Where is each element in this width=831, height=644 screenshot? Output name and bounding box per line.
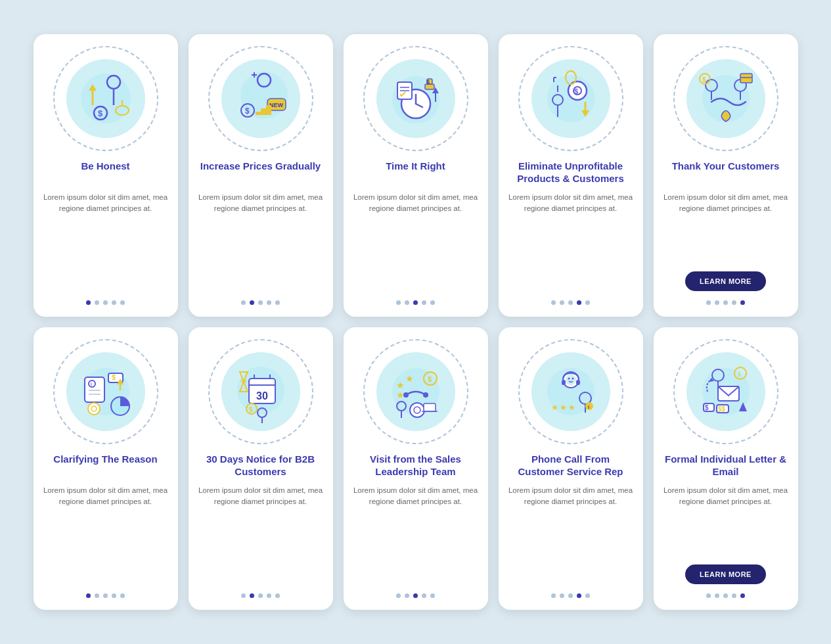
svg-point-97 xyxy=(568,378,570,380)
learn-more-button-thank-customers[interactable]: LEARN MORE xyxy=(685,271,766,291)
card-grid: $ Be HonestLorem ipsum dolor sit dim ame… xyxy=(34,34,798,610)
dot-2[interactable] xyxy=(258,300,263,305)
dot-2[interactable] xyxy=(103,593,108,598)
card-be-honest: $ Be HonestLorem ipsum dolor sit dim ame… xyxy=(34,34,178,317)
card-icon-area-30-days-notice: 30 $ xyxy=(208,339,313,444)
card-title-30-days-notice: 30 Days Notice for B2B Customers xyxy=(198,453,324,478)
card-icon-area-thank-customers: $ xyxy=(673,46,778,151)
card-title-increase-prices: Increase Prices Gradually xyxy=(200,160,321,185)
dot-4[interactable] xyxy=(275,300,280,305)
dot-1[interactable] xyxy=(560,300,564,305)
card-body-thank-customers: Lorem ipsum dolor sit dim amet, mea regi… xyxy=(663,192,789,264)
dot-3[interactable] xyxy=(732,593,736,598)
dot-4[interactable] xyxy=(120,593,125,598)
svg-rect-19 xyxy=(266,105,271,115)
dot-0[interactable] xyxy=(551,300,556,305)
card-body-formal-letter: Lorem ipsum dolor sit dim amet, mea regi… xyxy=(663,485,789,557)
dot-4[interactable] xyxy=(740,593,745,598)
dot-3[interactable] xyxy=(112,593,116,598)
card-body-time-it-right: Lorem ipsum dolor sit dim amet, mea regi… xyxy=(353,192,479,291)
card-icon-area-eliminate-unprofitable: $ xyxy=(518,46,623,151)
svg-text:★: ★ xyxy=(560,403,567,412)
svg-text:$$: $$ xyxy=(718,405,726,413)
card-30-days-notice: 30 $ 30 Days Notice for B2B CustomersLor… xyxy=(189,327,333,610)
dot-3[interactable] xyxy=(422,300,426,305)
dot-2[interactable] xyxy=(723,300,728,305)
dot-3[interactable] xyxy=(422,593,426,598)
card-icon-clarifying-reason: i $ xyxy=(66,352,145,431)
card-eliminate-unprofitable: $ Eliminate Unprofitable Products & Cust… xyxy=(499,34,643,317)
card-title-time-it-right: Time It Right xyxy=(386,160,445,185)
dot-0[interactable] xyxy=(706,593,711,598)
dot-4[interactable] xyxy=(585,593,590,598)
dot-0[interactable] xyxy=(241,593,246,598)
dot-1[interactable] xyxy=(405,300,409,305)
dot-0[interactable] xyxy=(396,300,401,305)
dot-1[interactable] xyxy=(560,593,564,598)
dot-1[interactable] xyxy=(715,300,719,305)
dot-3[interactable] xyxy=(267,300,271,305)
dot-1[interactable] xyxy=(405,593,409,598)
dot-4[interactable] xyxy=(275,593,280,598)
dot-3[interactable] xyxy=(577,593,581,598)
dot-2[interactable] xyxy=(723,593,728,598)
dot-1[interactable] xyxy=(95,300,99,305)
card-body-30-days-notice: Lorem ipsum dolor sit dim amet, mea regi… xyxy=(198,485,324,584)
svg-text:i: i xyxy=(738,371,740,378)
dot-3[interactable] xyxy=(267,593,271,598)
svg-rect-90 xyxy=(424,403,436,411)
card-dots-visit-sales xyxy=(396,593,435,598)
dot-0[interactable] xyxy=(706,300,711,305)
dot-1[interactable] xyxy=(250,593,254,598)
svg-point-82 xyxy=(403,392,409,398)
svg-text:i: i xyxy=(588,404,589,410)
card-icon-area-visit-sales: ★ ★ ★ $ xyxy=(363,339,468,444)
dot-4[interactable] xyxy=(430,300,435,305)
card-phone-call: ★ ★ ★ i Phone Call From Customer Service… xyxy=(499,327,643,610)
dot-2[interactable] xyxy=(413,593,418,598)
card-dots-clarifying-reason xyxy=(86,593,125,598)
dot-0[interactable] xyxy=(241,300,246,305)
dot-2[interactable] xyxy=(568,593,573,598)
learn-more-button-formal-letter[interactable]: LEARN MORE xyxy=(685,564,766,584)
card-body-eliminate-unprofitable: Lorem ipsum dolor sit dim amet, mea regi… xyxy=(508,192,634,291)
card-icon-area-increase-prices: NEW $ xyxy=(208,46,313,151)
card-time-it-right: $ Time It RightLorem ipsum dolor sit dim… xyxy=(344,34,488,317)
svg-text:$: $ xyxy=(705,404,709,411)
svg-text:★: ★ xyxy=(568,403,575,412)
dot-0[interactable] xyxy=(551,593,556,598)
dot-2[interactable] xyxy=(258,593,263,598)
card-icon-area-clarifying-reason: i $ xyxy=(53,339,158,444)
dot-3[interactable] xyxy=(732,300,736,305)
card-dots-be-honest xyxy=(86,300,125,305)
card-body-visit-sales: Lorem ipsum dolor sit dim amet, mea regi… xyxy=(353,485,479,584)
svg-text:30: 30 xyxy=(256,390,268,402)
dot-4[interactable] xyxy=(740,300,745,305)
card-title-be-honest: Be Honest xyxy=(81,160,129,185)
card-title-eliminate-unprofitable: Eliminate Unprofitable Products & Custom… xyxy=(508,160,634,185)
svg-rect-94 xyxy=(562,380,566,385)
dot-3[interactable] xyxy=(577,300,581,305)
dot-4[interactable] xyxy=(430,593,435,598)
dot-2[interactable] xyxy=(413,300,418,305)
dot-1[interactable] xyxy=(95,593,99,598)
card-title-clarifying-reason: Clarifying The Reason xyxy=(53,453,157,478)
card-clarifying-reason: i $ Clarifying The ReasonLorem ipsum dol… xyxy=(34,327,178,610)
svg-text:$: $ xyxy=(249,406,253,413)
card-visit-sales: ★ ★ ★ $ Visit from the Sales Leadership … xyxy=(344,327,488,610)
dot-0[interactable] xyxy=(396,593,401,598)
dot-1[interactable] xyxy=(715,593,719,598)
card-thank-customers: $ Thank Your CustomersLorem ipsum dolor … xyxy=(654,34,798,317)
dot-4[interactable] xyxy=(585,300,590,305)
card-icon-eliminate-unprofitable: $ xyxy=(531,59,610,138)
dot-2[interactable] xyxy=(568,300,573,305)
card-icon-visit-sales: ★ ★ ★ $ xyxy=(376,352,455,431)
dot-0[interactable] xyxy=(86,300,91,305)
dot-4[interactable] xyxy=(120,300,125,305)
svg-text:NEW: NEW xyxy=(269,102,284,108)
dot-0[interactable] xyxy=(86,593,91,598)
dot-3[interactable] xyxy=(112,300,116,305)
card-body-phone-call: Lorem ipsum dolor sit dim amet, mea regi… xyxy=(508,485,634,584)
dot-2[interactable] xyxy=(103,300,108,305)
dot-1[interactable] xyxy=(250,300,254,305)
